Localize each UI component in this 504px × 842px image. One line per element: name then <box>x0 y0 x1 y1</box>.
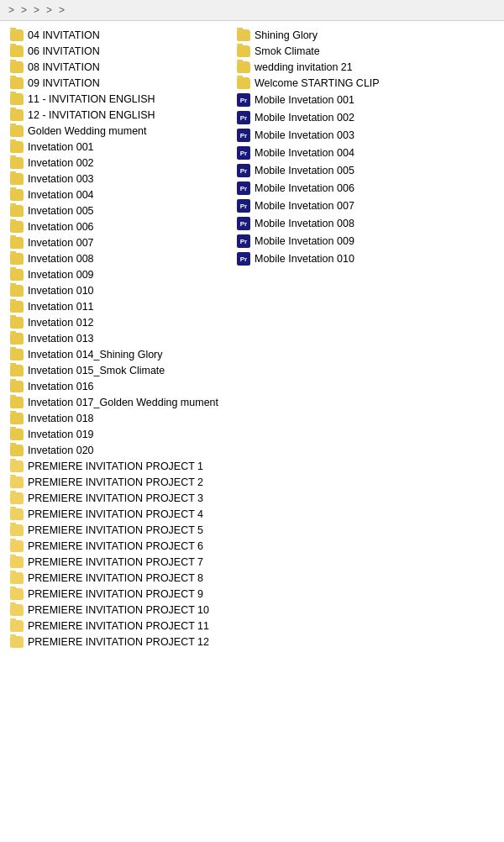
item-label: Mobile Invetation 007 <box>255 200 354 212</box>
folder-icon <box>10 253 24 265</box>
left-list-item-18[interactable]: Invetation 012 <box>7 315 225 330</box>
left-list-item-7[interactable]: Invetation 001 <box>7 139 225 155</box>
left-list-item-16[interactable]: Invetation 010 <box>7 283 225 298</box>
item-label: Invetation 013 <box>28 333 94 345</box>
left-list-item-25[interactable]: Invetation 019 <box>7 427 225 442</box>
right-list-item-6[interactable]: PrMobile Invetation 003 <box>234 127 497 144</box>
left-list-item-1[interactable]: 06 INVITATION <box>7 44 225 59</box>
breadcrumb: > > > > > <box>0 0 504 21</box>
left-list-item-17[interactable]: Invetation 011 <box>7 299 225 314</box>
left-list-item-0[interactable]: 04 INVITATION <box>7 28 225 43</box>
item-label: Invetation 012 <box>28 317 94 329</box>
item-label: Invetation 017_Golden Wedding mument <box>28 397 218 408</box>
left-list-item-35[interactable]: PREMIERE INVITATION PROJECT 9 <box>7 587 225 602</box>
right-list-item-10[interactable]: PrMobile Invetation 007 <box>234 197 497 214</box>
item-label: Invetation 002 <box>28 157 94 169</box>
item-label: Invetation 020 <box>28 445 94 456</box>
folder-light-icon <box>10 476 24 488</box>
folder-icon <box>10 301 24 313</box>
item-label: Invetation 018 <box>28 413 94 424</box>
folder-icon <box>10 413 24 424</box>
right-list-item-3[interactable]: Welcome STARTING CLIP <box>234 76 497 91</box>
left-list-item-5[interactable]: 12 - INVITATION ENGLISH <box>7 108 225 123</box>
left-list-item-23[interactable]: Invetation 017_Golden Wedding mument <box>7 395 225 410</box>
premiere-icon: Pr <box>237 217 250 230</box>
left-list-item-29[interactable]: PREMIERE INVITATION PROJECT 3 <box>7 491 225 506</box>
left-list-item-27[interactable]: PREMIERE INVITATION PROJECT 1 <box>7 459 225 474</box>
left-column: 04 INVITATION06 INVITATION08 INVITATION0… <box>7 28 225 650</box>
right-list-item-8[interactable]: PrMobile Invetation 005 <box>234 162 497 179</box>
left-list-item-33[interactable]: PREMIERE INVITATION PROJECT 7 <box>7 555 225 570</box>
folder-light-icon <box>10 636 24 648</box>
left-list-item-24[interactable]: Invetation 018 <box>7 411 225 426</box>
item-label: PREMIERE INVITATION PROJECT 10 <box>28 604 209 616</box>
right-list-item-2[interactable]: wedding invitation 21 <box>234 60 497 75</box>
item-label: 06 INVITATION <box>28 45 100 57</box>
right-list-item-7[interactable]: PrMobile Invetation 004 <box>234 145 497 161</box>
left-list-item-10[interactable]: Invetation 004 <box>7 187 225 203</box>
item-label: Mobile Invetation 003 <box>255 129 354 141</box>
left-list-item-30[interactable]: PREMIERE INVITATION PROJECT 4 <box>7 507 225 522</box>
premiere-icon: Pr <box>237 164 250 177</box>
left-list-item-12[interactable]: Invetation 006 <box>7 219 225 234</box>
item-label: 04 INVITATION <box>28 29 100 41</box>
left-list-item-11[interactable]: Invetation 005 <box>7 203 225 218</box>
folder-light-icon <box>10 460 24 472</box>
folder-icon <box>10 189 24 201</box>
left-list-item-3[interactable]: 09 INVITATION <box>7 76 225 91</box>
left-list-item-26[interactable]: Invetation 020 <box>7 443 225 458</box>
file-explorer-content: 04 INVITATION06 INVITATION08 INVITATION0… <box>0 21 504 656</box>
item-label: Mobile Invetation 009 <box>255 235 354 247</box>
item-label: PREMIERE INVITATION PROJECT 9 <box>28 588 203 600</box>
folder-icon <box>10 157 24 169</box>
folder-icon <box>10 381 24 392</box>
left-list-item-6[interactable]: Golden Wedding mument <box>7 124 225 139</box>
item-label: 08 INVITATION <box>28 61 100 73</box>
left-list-item-14[interactable]: Invetation 008 <box>7 251 225 266</box>
right-list-item-9[interactable]: PrMobile Invetation 006 <box>234 180 497 197</box>
breadcrumb-separator-start: > <box>8 4 14 16</box>
item-label: Mobile Invetation 005 <box>255 165 354 176</box>
left-list-item-9[interactable]: Invetation 003 <box>7 171 225 187</box>
folder-icon <box>10 205 24 217</box>
item-label: Invetation 008 <box>28 253 94 265</box>
left-list-item-20[interactable]: Invetation 014_Shining Glory <box>7 347 225 362</box>
item-label: PREMIERE INVITATION PROJECT 5 <box>28 524 203 536</box>
item-label: Mobile Invetation 004 <box>255 147 354 159</box>
item-label: Shining Glory <box>255 29 318 41</box>
left-list-item-8[interactable]: Invetation 002 <box>7 155 225 171</box>
folder-light-icon <box>10 620 24 632</box>
left-list-item-19[interactable]: Invetation 013 <box>7 331 225 346</box>
folder-icon <box>10 317 24 329</box>
folder-icon <box>10 29 24 41</box>
left-list-item-31[interactable]: PREMIERE INVITATION PROJECT 5 <box>7 523 225 538</box>
right-list-item-4[interactable]: PrMobile Invetation 001 <box>234 92 497 108</box>
folder-icon <box>237 29 250 41</box>
item-label: wedding invitation 21 <box>255 61 353 73</box>
left-list-item-32[interactable]: PREMIERE INVITATION PROJECT 6 <box>7 539 225 554</box>
right-list-item-5[interactable]: PrMobile Invetation 002 <box>234 109 497 126</box>
left-list-item-4[interactable]: 11 - INVITATION ENGLISH <box>7 92 225 107</box>
item-label: Invetation 019 <box>28 429 94 440</box>
left-list-item-2[interactable]: 08 INVITATION <box>7 60 225 75</box>
item-label: Invetation 007 <box>28 237 94 249</box>
left-list-item-37[interactable]: PREMIERE INVITATION PROJECT 11 <box>7 618 225 634</box>
left-list-item-22[interactable]: Invetation 016 <box>7 379 225 394</box>
left-list-item-13[interactable]: Invetation 007 <box>7 235 225 250</box>
right-list-item-13[interactable]: PrMobile Invetation 010 <box>234 250 497 267</box>
folder-icon <box>237 61 250 73</box>
folder-icon <box>10 445 24 456</box>
left-list-item-36[interactable]: PREMIERE INVITATION PROJECT 10 <box>7 603 225 618</box>
left-list-item-38[interactable]: PREMIERE INVITATION PROJECT 12 <box>7 634 225 650</box>
left-list-item-28[interactable]: PREMIERE INVITATION PROJECT 2 <box>7 475 225 490</box>
right-list-item-0[interactable]: Shining Glory <box>234 28 497 43</box>
folder-icon <box>10 269 24 281</box>
right-list-item-11[interactable]: PrMobile Invetation 008 <box>234 215 497 232</box>
left-list-item-21[interactable]: Invetation 015_Smok Climate <box>7 363 225 378</box>
item-label: 09 INVITATION <box>28 77 100 89</box>
right-list-item-1[interactable]: Smok Climate <box>234 44 497 59</box>
right-list-item-12[interactable]: PrMobile Invetation 009 <box>234 233 497 250</box>
left-list-item-34[interactable]: PREMIERE INVITATION PROJECT 8 <box>7 571 225 586</box>
breadcrumb-sep-1: > <box>34 4 39 16</box>
left-list-item-15[interactable]: Invetation 009 <box>7 267 225 282</box>
